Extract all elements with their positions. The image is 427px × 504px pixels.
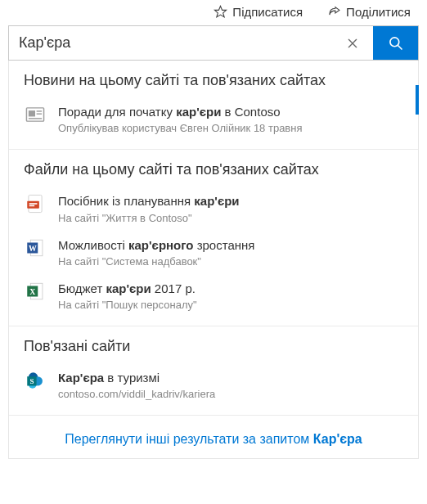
search-bar bbox=[8, 25, 419, 61]
close-icon bbox=[346, 37, 359, 50]
svg-point-3 bbox=[389, 37, 398, 46]
page-actions: Підписатися Поділитися bbox=[0, 0, 427, 25]
sites-heading: Пов'язані сайти bbox=[24, 338, 403, 355]
search-input[interactable] bbox=[9, 26, 332, 60]
svg-rect-12 bbox=[29, 203, 38, 205]
follow-button[interactable]: Підписатися bbox=[214, 5, 303, 19]
results-panel: Новини на цьому сайті та пов'язаних сайт… bbox=[8, 61, 419, 459]
news-section: Новини на цьому сайті та пов'язаних сайт… bbox=[9, 61, 418, 149]
svg-rect-6 bbox=[29, 110, 35, 116]
svg-text:X: X bbox=[29, 287, 35, 296]
share-label: Поділитися bbox=[346, 5, 411, 19]
result-title: Можливості кар'єрного зростання bbox=[58, 237, 403, 254]
more-results-link[interactable]: Переглянути інші результати за запитом К… bbox=[9, 415, 418, 458]
follow-label: Підписатися bbox=[232, 5, 303, 19]
sites-section: Пов'язані сайти S Кар'єра в туризмі cont… bbox=[9, 326, 418, 415]
news-result[interactable]: Поради для початку кар'єри в Contoso Опу… bbox=[24, 97, 403, 141]
pdf-icon bbox=[24, 193, 47, 214]
site-result[interactable]: S Кар'єра в туризмі contoso.com/viddil_k… bbox=[24, 363, 403, 407]
accent-bar bbox=[416, 85, 419, 115]
news-icon bbox=[24, 104, 47, 125]
search-submit-button[interactable] bbox=[373, 26, 418, 60]
files-heading: Файли на цьому сайті та пов'язаних сайта… bbox=[24, 161, 403, 178]
result-meta: contoso.com/viddil_kadriv/kariera bbox=[58, 388, 403, 400]
svg-text:S: S bbox=[29, 377, 34, 385]
svg-rect-11 bbox=[27, 201, 39, 209]
news-heading: Новини на цьому сайті та пов'язаних сайт… bbox=[24, 72, 403, 89]
result-title: Бюджет кар'єри 2017 р. bbox=[58, 281, 403, 297]
result-meta: На сайті "Пошук персоналу" bbox=[58, 299, 403, 311]
files-section: Файли на цьому сайті та пов'язаних сайта… bbox=[9, 149, 418, 326]
result-title: Посібник із планування кар'єри bbox=[58, 193, 403, 209]
result-meta: На сайті "Система надбавок" bbox=[58, 255, 403, 268]
svg-line-4 bbox=[398, 45, 402, 49]
clear-search-button[interactable] bbox=[332, 26, 373, 60]
file-result[interactable]: X Бюджет кар'єри 2017 р. На сайті "Пошук… bbox=[24, 274, 403, 317]
share-button[interactable]: Поділитися bbox=[327, 5, 411, 19]
file-result[interactable]: Посібник із планування кар'єри На сайті … bbox=[24, 187, 403, 230]
file-result[interactable]: W Можливості кар'єрного зростання На сай… bbox=[24, 231, 403, 274]
result-title: Кар'єра в туризмі bbox=[58, 370, 403, 386]
svg-text:W: W bbox=[29, 244, 37, 253]
svg-marker-0 bbox=[215, 6, 227, 16]
search-icon bbox=[388, 35, 404, 52]
svg-rect-13 bbox=[29, 205, 35, 207]
excel-icon: X bbox=[24, 281, 47, 302]
star-icon bbox=[214, 5, 227, 19]
word-icon: W bbox=[24, 237, 47, 259]
result-title: Поради для початку кар'єри в Contoso bbox=[58, 104, 403, 120]
result-meta: На сайті "Життя в Contoso" bbox=[58, 212, 403, 224]
sharepoint-icon: S bbox=[24, 370, 47, 391]
share-icon bbox=[327, 5, 341, 19]
result-meta: Опублікував користувач Євген Олійник 18 … bbox=[58, 122, 403, 134]
